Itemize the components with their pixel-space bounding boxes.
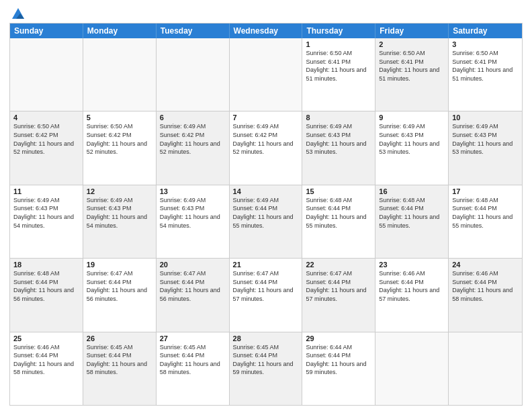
day-info: Sunrise: 6:49 AM Sunset: 6:44 PM Dayligh… [233, 196, 299, 230]
cal-cell-2-5: 16Sunrise: 6:48 AM Sunset: 6:44 PM Dayli… [375, 185, 449, 258]
cal-cell-4-3: 28Sunrise: 6:45 AM Sunset: 6:44 PM Dayli… [230, 332, 303, 405]
calendar-body: 1Sunrise: 6:50 AM Sunset: 6:41 PM Daylig… [10, 38, 522, 405]
calendar-row-4: 25Sunrise: 6:46 AM Sunset: 6:44 PM Dayli… [10, 332, 522, 405]
day-number: 10 [452, 113, 519, 122]
day-number: 2 [379, 40, 445, 48]
cal-cell-2-2: 13Sunrise: 6:49 AM Sunset: 6:43 PM Dayli… [157, 185, 230, 258]
day-number: 20 [160, 261, 226, 269]
day-info: Sunrise: 6:50 AM Sunset: 6:42 PM Dayligh… [13, 122, 79, 156]
day-number: 8 [306, 113, 371, 122]
header-day-wednesday: Wednesday [230, 24, 303, 38]
day-info: Sunrise: 6:47 AM Sunset: 6:44 PM Dayligh… [87, 269, 152, 303]
day-number: 19 [87, 261, 152, 269]
cal-cell-4-1: 26Sunrise: 6:45 AM Sunset: 6:44 PM Dayli… [83, 332, 157, 405]
day-info: Sunrise: 6:47 AM Sunset: 6:44 PM Dayligh… [233, 269, 299, 303]
cal-cell-4-6 [449, 332, 522, 405]
cal-cell-2-1: 12Sunrise: 6:49 AM Sunset: 6:43 PM Dayli… [83, 185, 157, 258]
calendar-row-0: 1Sunrise: 6:50 AM Sunset: 6:41 PM Daylig… [10, 38, 522, 111]
day-info: Sunrise: 6:50 AM Sunset: 6:41 PM Dayligh… [452, 49, 519, 83]
cal-cell-2-3: 14Sunrise: 6:49 AM Sunset: 6:44 PM Dayli… [230, 185, 303, 258]
cal-cell-0-0 [10, 38, 83, 111]
header-day-saturday: Saturday [449, 24, 522, 38]
day-number: 1 [306, 40, 371, 48]
cal-cell-1-3: 7Sunrise: 6:49 AM Sunset: 6:42 PM Daylig… [230, 111, 303, 184]
day-number: 29 [306, 334, 371, 342]
day-number: 5 [87, 113, 152, 122]
cal-cell-3-5: 23Sunrise: 6:46 AM Sunset: 6:44 PM Dayli… [375, 259, 449, 331]
day-info: Sunrise: 6:44 AM Sunset: 6:44 PM Dayligh… [306, 343, 371, 377]
header [9, 7, 523, 19]
cal-cell-3-4: 22Sunrise: 6:47 AM Sunset: 6:44 PM Dayli… [302, 259, 375, 331]
day-info: Sunrise: 6:50 AM Sunset: 6:41 PM Dayligh… [379, 49, 445, 83]
header-day-monday: Monday [83, 24, 157, 38]
cal-cell-3-1: 19Sunrise: 6:47 AM Sunset: 6:44 PM Dayli… [83, 259, 157, 331]
cal-cell-0-2 [157, 38, 230, 111]
cal-cell-3-0: 18Sunrise: 6:48 AM Sunset: 6:44 PM Dayli… [10, 259, 83, 331]
cal-cell-4-4: 29Sunrise: 6:44 AM Sunset: 6:44 PM Dayli… [302, 332, 375, 405]
day-info: Sunrise: 6:48 AM Sunset: 6:44 PM Dayligh… [306, 196, 371, 230]
day-number: 22 [306, 261, 371, 269]
day-info: Sunrise: 6:49 AM Sunset: 6:42 PM Dayligh… [233, 122, 299, 156]
day-number: 11 [13, 187, 79, 195]
day-number: 16 [379, 187, 445, 195]
cal-cell-2-4: 15Sunrise: 6:48 AM Sunset: 6:44 PM Dayli… [302, 185, 375, 258]
day-number: 13 [160, 187, 226, 195]
logo [9, 7, 26, 19]
calendar-row-2: 11Sunrise: 6:49 AM Sunset: 6:43 PM Dayli… [10, 185, 522, 258]
page: SundayMondayTuesdayWednesdayThursdayFrid… [0, 0, 532, 411]
day-number: 6 [160, 113, 226, 122]
day-number: 12 [87, 187, 152, 195]
cal-cell-0-5: 2Sunrise: 6:50 AM Sunset: 6:41 PM Daylig… [375, 38, 449, 111]
day-info: Sunrise: 6:49 AM Sunset: 6:43 PM Dayligh… [13, 196, 79, 230]
day-info: Sunrise: 6:49 AM Sunset: 6:43 PM Dayligh… [87, 196, 152, 230]
cal-cell-1-6: 10Sunrise: 6:49 AM Sunset: 6:43 PM Dayli… [449, 111, 522, 184]
day-number: 3 [452, 40, 519, 48]
day-info: Sunrise: 6:48 AM Sunset: 6:44 PM Dayligh… [379, 196, 445, 230]
logo-icon [11, 7, 26, 21]
day-number: 24 [452, 261, 519, 269]
day-info: Sunrise: 6:45 AM Sunset: 6:44 PM Dayligh… [233, 343, 299, 377]
day-info: Sunrise: 6:47 AM Sunset: 6:44 PM Dayligh… [160, 269, 226, 303]
day-number: 26 [87, 334, 152, 342]
cal-cell-3-6: 24Sunrise: 6:46 AM Sunset: 6:44 PM Dayli… [449, 259, 522, 331]
cal-cell-0-1 [83, 38, 157, 111]
day-number: 9 [379, 113, 445, 122]
day-info: Sunrise: 6:49 AM Sunset: 6:42 PM Dayligh… [160, 122, 226, 156]
day-info: Sunrise: 6:49 AM Sunset: 6:43 PM Dayligh… [452, 122, 519, 156]
day-number: 18 [13, 261, 79, 269]
cal-cell-4-2: 27Sunrise: 6:45 AM Sunset: 6:44 PM Dayli… [157, 332, 230, 405]
cal-cell-1-1: 5Sunrise: 6:50 AM Sunset: 6:42 PM Daylig… [83, 111, 157, 184]
cal-cell-4-5 [375, 332, 449, 405]
cal-cell-1-5: 9Sunrise: 6:49 AM Sunset: 6:43 PM Daylig… [375, 111, 449, 184]
day-number: 21 [233, 261, 299, 269]
day-number: 7 [233, 113, 299, 122]
day-info: Sunrise: 6:45 AM Sunset: 6:44 PM Dayligh… [160, 343, 226, 377]
cal-cell-1-0: 4Sunrise: 6:50 AM Sunset: 6:42 PM Daylig… [10, 111, 83, 184]
day-info: Sunrise: 6:46 AM Sunset: 6:44 PM Dayligh… [452, 269, 519, 303]
day-number: 28 [233, 334, 299, 342]
day-info: Sunrise: 6:50 AM Sunset: 6:41 PM Dayligh… [306, 49, 371, 83]
calendar-row-3: 18Sunrise: 6:48 AM Sunset: 6:44 PM Dayli… [10, 258, 522, 331]
cal-cell-3-2: 20Sunrise: 6:47 AM Sunset: 6:44 PM Dayli… [157, 259, 230, 331]
cal-cell-3-3: 21Sunrise: 6:47 AM Sunset: 6:44 PM Dayli… [230, 259, 303, 331]
day-info: Sunrise: 6:47 AM Sunset: 6:44 PM Dayligh… [306, 269, 371, 303]
day-info: Sunrise: 6:49 AM Sunset: 6:43 PM Dayligh… [379, 122, 445, 156]
day-number: 25 [13, 334, 79, 342]
day-number: 17 [452, 187, 519, 195]
cal-cell-4-0: 25Sunrise: 6:46 AM Sunset: 6:44 PM Dayli… [10, 332, 83, 405]
header-day-sunday: Sunday [10, 24, 83, 38]
cal-cell-0-4: 1Sunrise: 6:50 AM Sunset: 6:41 PM Daylig… [302, 38, 375, 111]
day-info: Sunrise: 6:50 AM Sunset: 6:42 PM Dayligh… [87, 122, 152, 156]
day-info: Sunrise: 6:46 AM Sunset: 6:44 PM Dayligh… [379, 269, 445, 303]
cal-cell-1-2: 6Sunrise: 6:49 AM Sunset: 6:42 PM Daylig… [157, 111, 230, 184]
day-number: 23 [379, 261, 445, 269]
day-info: Sunrise: 6:46 AM Sunset: 6:44 PM Dayligh… [13, 343, 79, 377]
cal-cell-2-6: 17Sunrise: 6:48 AM Sunset: 6:44 PM Dayli… [449, 185, 522, 258]
cal-cell-0-6: 3Sunrise: 6:50 AM Sunset: 6:41 PM Daylig… [449, 38, 522, 111]
header-day-thursday: Thursday [302, 24, 375, 38]
day-number: 15 [306, 187, 371, 195]
day-number: 27 [160, 334, 226, 342]
header-day-friday: Friday [375, 24, 449, 38]
calendar-header: SundayMondayTuesdayWednesdayThursdayFrid… [10, 24, 522, 38]
day-info: Sunrise: 6:49 AM Sunset: 6:43 PM Dayligh… [306, 122, 371, 156]
